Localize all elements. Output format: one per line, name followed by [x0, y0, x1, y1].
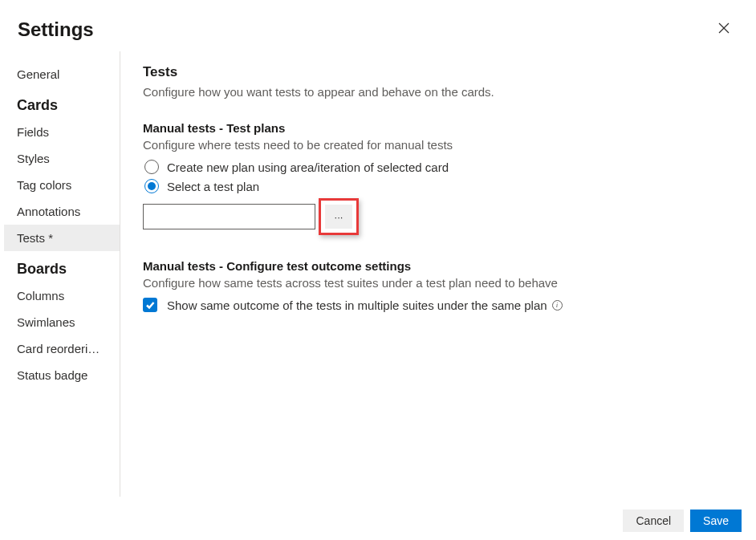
subsection-desc-outcome: Configure how same tests across test sui…	[143, 276, 737, 290]
ellipsis-icon: ···	[335, 211, 343, 223]
checkbox-label-same-outcome: Show same outcome of the tests in multip…	[167, 298, 563, 312]
sidebar-group-cards: Cards	[4, 87, 120, 119]
section-title-tests: Tests	[143, 64, 737, 80]
radio-create-plan[interactable]	[144, 160, 159, 174]
sidebar-item-status-badge[interactable]: Status badge	[4, 362, 120, 388]
radio-select-plan[interactable]	[144, 179, 159, 193]
sidebar-item-card-reordering[interactable]: Card reorderi…	[4, 335, 120, 362]
sidebar-group-boards: Boards	[4, 251, 120, 282]
sidebar-item-annotations[interactable]: Annotations	[4, 198, 120, 225]
dialog-footer: Cancel Save	[623, 510, 742, 532]
sidebar-item-styles[interactable]: Styles	[4, 145, 120, 172]
checkmark-icon	[145, 300, 155, 310]
close-icon	[718, 22, 730, 34]
save-button[interactable]: Save	[690, 510, 742, 532]
subsection-title-testplans: Manual tests - Test plans	[143, 121, 737, 135]
checkbox-same-outcome[interactable]	[143, 298, 157, 312]
sidebar-item-fields[interactable]: Fields	[4, 119, 120, 145]
main-content: Tests Configure how you want tests to ap…	[120, 51, 756, 497]
info-icon[interactable]: i	[552, 300, 563, 311]
subsection-title-outcome: Manual tests - Configure test outcome se…	[143, 259, 737, 273]
sidebar: General Cards Fields Styles Tag colors A…	[0, 51, 120, 497]
plan-input-row: ···	[143, 198, 737, 235]
section-desc-tests: Configure how you want tests to appear a…	[143, 85, 737, 99]
sidebar-item-general[interactable]: General	[4, 61, 120, 87]
browse-highlight: ···	[319, 198, 359, 235]
checkbox-row-same-outcome[interactable]: Show same outcome of the tests in multip…	[143, 298, 737, 312]
sidebar-item-swimlanes[interactable]: Swimlanes	[4, 309, 120, 335]
radio-row-select-plan[interactable]: Select a test plan	[144, 179, 737, 193]
cancel-button[interactable]: Cancel	[623, 510, 684, 532]
browse-test-plan-button[interactable]: ···	[325, 205, 352, 229]
sidebar-item-columns[interactable]: Columns	[4, 282, 120, 309]
dialog-header: Settings	[0, 0, 756, 51]
page-title: Settings	[18, 18, 94, 41]
sidebar-item-tag-colors[interactable]: Tag colors	[4, 172, 120, 198]
radio-label-select-plan: Select a test plan	[167, 180, 259, 193]
radio-row-create-plan[interactable]: Create new plan using area/iteration of …	[144, 160, 737, 174]
checkbox-text-same-outcome: Show same outcome of the tests in multip…	[167, 298, 547, 312]
subsection-desc-testplans: Configure where tests need to be created…	[143, 138, 737, 152]
sidebar-item-tests[interactable]: Tests *	[4, 225, 120, 251]
test-plan-input[interactable]	[143, 204, 315, 229]
close-button[interactable]	[712, 16, 736, 43]
radio-label-create-plan: Create new plan using area/iteration of …	[167, 160, 449, 174]
